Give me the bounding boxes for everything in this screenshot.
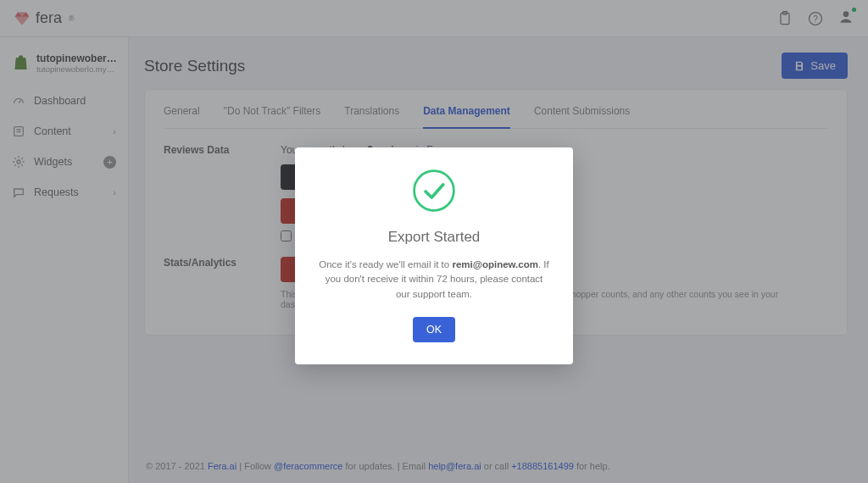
export-started-modal: Export Started Once it's ready we'll ema… [295, 147, 573, 364]
button-label: OK [426, 324, 442, 336]
svg-point-7 [415, 171, 454, 211]
success-check-icon [411, 168, 457, 214]
modal-title: Export Started [319, 229, 549, 246]
modal-ok-button[interactable]: OK [413, 317, 455, 342]
modal-email: remi@opinew.com [452, 259, 538, 269]
modal-overlay[interactable]: Export Started Once it's ready we'll ema… [0, 0, 868, 483]
modal-text: Once it's ready we'll email it to remi@o… [319, 258, 549, 302]
